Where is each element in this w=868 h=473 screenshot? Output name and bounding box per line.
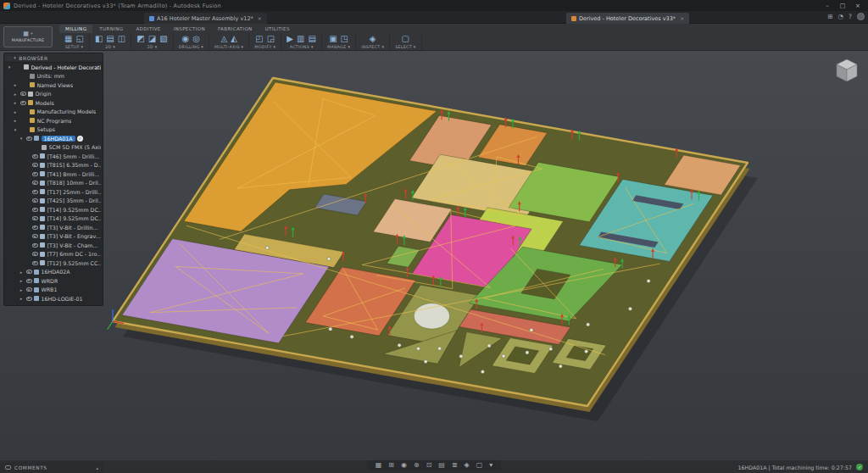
grid-snap-icon[interactable]: ⊞ bbox=[388, 462, 394, 469]
browser-item-t46-5mm-drilli[interactable]: [T46] 5mm - Drilli... bbox=[4, 152, 103, 161]
more-options-icon[interactable]: ▾ bbox=[489, 462, 492, 469]
expand-chevron-icon[interactable]: ▸ bbox=[19, 287, 24, 292]
visibility-eye-icon[interactable] bbox=[32, 208, 38, 212]
comments-bar[interactable]: COMMENTS ▴ bbox=[0, 462, 103, 473]
browser-item-manufacturing-models[interactable]: ▸Manufacturing Models bbox=[4, 108, 103, 117]
simulate-icon[interactable]: ▶ bbox=[287, 35, 293, 43]
browser-item-t12-9-525mm-cc[interactable]: [T12] 9.525mm CC... bbox=[4, 259, 103, 268]
ribbon-group-label[interactable]: MANAGE ▾ bbox=[327, 45, 350, 49]
drill-icon[interactable]: ◉ bbox=[182, 35, 190, 43]
visibility-eye-icon[interactable] bbox=[32, 163, 38, 167]
browser-item-t3-v-bit-cham[interactable]: [T3] V-Bit - Cham... bbox=[4, 241, 103, 250]
ribbon-group-label[interactable]: DRILLING ▾ bbox=[179, 45, 203, 49]
view-list-icon[interactable]: ≣ bbox=[452, 462, 458, 469]
visibility-eye-icon[interactable] bbox=[32, 181, 38, 185]
expand-chevron-icon[interactable]: ▸ bbox=[13, 92, 18, 97]
ribbon-group-label[interactable]: INSPECT ▾ bbox=[361, 45, 384, 49]
notifications-icon[interactable]: ◔ bbox=[837, 13, 843, 20]
post-process-icon[interactable]: ▥ bbox=[297, 35, 304, 43]
visibility-eye-icon[interactable] bbox=[32, 154, 38, 159]
expand-chevron-icon[interactable]: ▸ bbox=[19, 296, 24, 301]
visibility-eye-icon[interactable] bbox=[32, 216, 38, 220]
bore-icon[interactable]: ◎ bbox=[192, 35, 200, 43]
visibility-eye-icon[interactable] bbox=[26, 136, 32, 141]
view-cube[interactable] bbox=[831, 56, 863, 90]
sync-status-icon[interactable]: ✓ bbox=[856, 464, 863, 470]
setup-sheet-icon[interactable]: ▤ bbox=[308, 35, 315, 43]
swarf-icon[interactable]: ◬ bbox=[220, 35, 227, 43]
measure-icon[interactable]: ◈ bbox=[370, 35, 376, 43]
ribbon-tab-inspection[interactable]: INSPECTION bbox=[168, 25, 211, 33]
rotary-icon[interactable]: ◭ bbox=[231, 35, 237, 43]
shading-icon[interactable]: ◈ bbox=[465, 462, 470, 469]
2d-contour-icon[interactable]: ◧ bbox=[95, 35, 103, 43]
browser-item-t14-9-525mm-dc[interactable]: [T14] 9.525mm DC... bbox=[4, 205, 103, 214]
document-tab[interactable]: Derived - Hoteler Decoratives v33*× bbox=[566, 13, 689, 24]
maximize-button[interactable]: □ bbox=[836, 1, 849, 10]
visibility-eye-icon[interactable] bbox=[32, 261, 38, 265]
expand-chevron-icon[interactable]: ▸ bbox=[19, 270, 24, 275]
viewport-canvas[interactable]: ∷ ▾ BROWSER ▾Derived - Hoteler Decorativ… bbox=[0, 51, 868, 473]
collapse-chevron-icon[interactable]: ▾ bbox=[14, 55, 16, 60]
look-at-icon[interactable]: ⊡ bbox=[426, 462, 432, 469]
browser-item-t3-v-bit-drillin[interactable]: [T3] V-Bit - Drillin... bbox=[4, 223, 103, 232]
ribbon-group-label[interactable]: ACTIONS ▾ bbox=[290, 45, 314, 49]
browser-item-wrb1[interactable]: ▸WRB1 bbox=[4, 286, 103, 295]
visibility-eye-icon[interactable] bbox=[32, 252, 38, 256]
scallop-icon[interactable]: ▧ bbox=[159, 35, 167, 43]
browser-item-origin[interactable]: ▸Origin bbox=[4, 90, 103, 99]
browser-item-t818-10mm-dril[interactable]: [T818] 10mm - Dril... bbox=[4, 179, 103, 188]
browser-item-setups[interactable]: ▾Setups bbox=[4, 125, 103, 135]
browser-item-t41-8mm-drilli[interactable]: [T41] 8mm - Drilli... bbox=[4, 170, 103, 179]
browser-item-16hda01a[interactable]: ▾16HDA01A✓ bbox=[4, 134, 103, 143]
ribbon-group-label[interactable]: 2D ▾ bbox=[105, 45, 115, 49]
close-tab-icon[interactable]: × bbox=[258, 15, 262, 21]
expand-chevron-icon[interactable]: ▸ bbox=[13, 109, 18, 114]
task-manager-icon[interactable]: ◳ bbox=[341, 35, 348, 43]
browser-item-derived-hoteler-decoratives-v[interactable]: ▾Derived - Hoteler Decoratives v... bbox=[4, 63, 103, 72]
browser-item-nc-programs[interactable]: ▸NC Programs bbox=[4, 116, 103, 125]
browser-item-t815-6-35mm-d[interactable]: [T815] 6.35mm - D... bbox=[4, 161, 103, 170]
drag-handle-icon[interactable]: ∷ bbox=[8, 55, 11, 61]
browser-item-models[interactable]: ▸Models bbox=[4, 98, 103, 108]
visibility-eye-icon[interactable] bbox=[26, 287, 32, 292]
parallel-icon[interactable]: ◪ bbox=[148, 35, 156, 43]
browser-item-named-views[interactable]: ▸Named Views bbox=[4, 81, 103, 90]
ribbon-tab-milling[interactable]: MILLING bbox=[59, 25, 92, 33]
browser-item-t3-v-bit-engrav[interactable]: [T3] V-Bit - Engrav... bbox=[4, 232, 103, 242]
help-icon[interactable]: ? bbox=[849, 13, 852, 20]
visibility-eye-icon[interactable] bbox=[26, 270, 32, 274]
visibility-eye-icon[interactable] bbox=[32, 243, 38, 248]
expand-chevron-icon[interactable]: ▸ bbox=[13, 118, 18, 123]
ribbon-group-label[interactable]: SETUP ▾ bbox=[65, 45, 83, 49]
apps-grid-icon[interactable]: ⊞ bbox=[827, 13, 832, 20]
face-icon[interactable]: ◫ bbox=[118, 35, 125, 43]
expand-chevron-icon[interactable]: ▾ bbox=[7, 64, 12, 70]
expand-chevron-icon[interactable]: ▸ bbox=[19, 278, 24, 283]
adaptive-clearing-icon[interactable]: ◩ bbox=[136, 35, 144, 43]
ribbon-group-label[interactable]: SELECT ▾ bbox=[395, 45, 415, 49]
browser-item-16hda02a[interactable]: ▸16HDA02A bbox=[4, 268, 103, 277]
ribbon-tab-fabrication[interactable]: FABRICATION bbox=[212, 25, 259, 33]
fit-view-icon[interactable]: ⊕ bbox=[414, 462, 420, 469]
workspace-selector[interactable]: ▦▾ MANUFACTURE bbox=[3, 26, 53, 47]
browser-item-units-mm[interactable]: Units: mm bbox=[4, 72, 103, 81]
minimize-button[interactable]: – bbox=[821, 1, 834, 10]
visibility-eye-icon[interactable] bbox=[32, 225, 38, 230]
select-icon[interactable]: ▢ bbox=[402, 35, 409, 43]
expand-comments-icon[interactable]: ▴ bbox=[96, 465, 98, 470]
browser-item-16hd-logie-01[interactable]: ▸16HD-LOGIE-01 bbox=[4, 294, 103, 303]
browser-item-t17-25mm-drilli[interactable]: [T17] 25mm - Drilli... bbox=[4, 187, 103, 197]
2d-pocket-icon[interactable]: ▤ bbox=[106, 35, 114, 43]
browser-item-t425-35mm-dril[interactable]: [T425] 35mm - Dril... bbox=[4, 197, 103, 206]
browser-item-t14-9-525mm-dc[interactable]: [T14] 9.525mm DC... bbox=[4, 214, 103, 224]
ribbon-tab-utilities[interactable]: UTILITIES bbox=[259, 25, 296, 33]
visibility-eye-icon[interactable] bbox=[26, 297, 32, 301]
visibility-eye-icon[interactable] bbox=[32, 172, 38, 176]
browser-header[interactable]: ∷ ▾ BROWSER bbox=[4, 53, 103, 63]
stock-icon[interactable]: ◱ bbox=[75, 35, 83, 43]
visibility-eye-icon[interactable] bbox=[32, 234, 38, 238]
expand-chevron-icon[interactable]: ▾ bbox=[13, 127, 18, 132]
selection-filter-icon[interactable]: ▢ bbox=[476, 462, 483, 469]
visibility-eye-icon[interactable] bbox=[20, 92, 26, 96]
